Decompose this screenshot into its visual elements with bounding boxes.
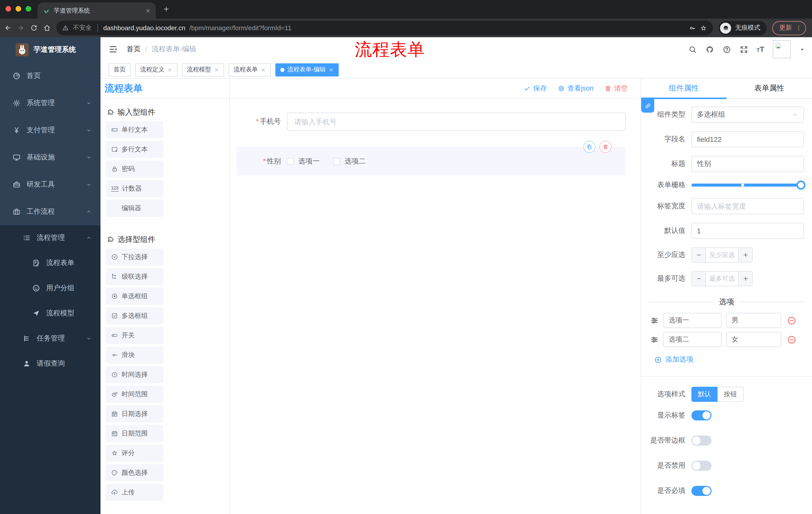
min-select-input[interactable] xyxy=(706,248,738,262)
toggle-on[interactable] xyxy=(691,486,712,496)
palette-chip[interactable]: 单选框组 xyxy=(106,288,163,305)
sidebar-item[interactable]: 任务管理 xyxy=(0,326,100,351)
circle-minus-icon[interactable] xyxy=(787,316,796,325)
default-value-input[interactable] xyxy=(691,223,804,239)
update-button[interactable]: 更新 xyxy=(772,21,806,35)
bookmark-icon[interactable] xyxy=(700,24,707,31)
max-select-input[interactable] xyxy=(706,272,738,286)
label-width-input[interactable] xyxy=(691,198,804,214)
style-default-button[interactable]: 默认 xyxy=(691,387,718,402)
close-icon[interactable] xyxy=(214,67,219,72)
palette-chip[interactable]: 开关 xyxy=(106,327,163,344)
fullscreen-icon[interactable] xyxy=(740,45,748,54)
palette-chip[interactable]: 级联选择 xyxy=(106,268,163,285)
palette-chip[interactable]: 滑块 xyxy=(106,347,163,363)
add-option-button[interactable]: 添加选项 xyxy=(654,355,812,364)
search-icon[interactable] xyxy=(688,45,697,54)
phone-input[interactable] xyxy=(287,113,626,131)
home-button[interactable] xyxy=(43,24,51,32)
stepper-plus-button[interactable] xyxy=(738,248,752,262)
copy-component-button[interactable] xyxy=(583,141,596,153)
sidebar-collapse-button[interactable] xyxy=(109,45,118,54)
close-icon[interactable] xyxy=(261,67,266,72)
field-name-input[interactable] xyxy=(691,131,804,147)
user-menu-caret-icon[interactable] xyxy=(800,47,805,52)
palette-chip[interactable]: 123计数器 xyxy=(106,180,163,197)
font-size-icon[interactable]: TT xyxy=(756,44,764,54)
grid-slider[interactable] xyxy=(691,184,801,187)
new-tab-button[interactable] xyxy=(163,5,170,12)
option-name-input[interactable] xyxy=(663,332,722,347)
password-manager-icon[interactable] xyxy=(689,24,696,31)
stepper-plus-button[interactable] xyxy=(738,272,752,286)
delete-component-button[interactable] xyxy=(600,141,611,153)
toggle-off[interactable] xyxy=(691,461,712,471)
gender-option-checkbox[interactable]: 选项二 xyxy=(333,157,366,166)
palette-chip[interactable]: 单行文本 xyxy=(106,121,163,138)
palette-chip[interactable]: 颜色选择 xyxy=(106,464,163,481)
github-icon[interactable] xyxy=(705,45,714,54)
tab-form-props[interactable]: 表单属性 xyxy=(727,78,812,98)
close-window-button[interactable] xyxy=(5,6,11,11)
option-value-input[interactable] xyxy=(726,332,781,347)
drag-icon[interactable] xyxy=(650,335,659,344)
style-button-button[interactable]: 按钮 xyxy=(718,387,744,402)
palette-chip[interactable]: 多选框组 xyxy=(106,307,163,324)
checkbox-box[interactable] xyxy=(333,158,340,165)
option-value-input[interactable] xyxy=(726,313,781,328)
checkbox-box[interactable] xyxy=(287,158,294,165)
close-icon[interactable] xyxy=(167,67,172,72)
sidebar-item[interactable]: 首页 xyxy=(0,62,100,89)
gender-option-checkbox[interactable]: 选项一 xyxy=(287,157,320,166)
breadcrumb-home[interactable]: 首页 xyxy=(127,45,141,54)
palette-chip[interactable]: 密码 xyxy=(106,160,163,178)
sidebar-item[interactable]: 请假查询 xyxy=(0,351,100,376)
sidebar-item[interactable]: 系统管理 xyxy=(0,89,100,117)
palette-chip[interactable]: 编辑器 xyxy=(106,200,163,217)
tag-item[interactable]: 首页 xyxy=(109,63,130,76)
tab-component-props[interactable]: 组件属性 xyxy=(641,78,727,98)
component-type-select[interactable]: 多选框组 xyxy=(691,107,804,123)
view-json-button[interactable]: 查看json xyxy=(558,84,593,93)
sidebar-item[interactable]: 流程管理 xyxy=(0,225,100,250)
help-icon[interactable] xyxy=(722,45,731,54)
back-button[interactable] xyxy=(4,24,11,32)
reload-button[interactable] xyxy=(30,24,38,32)
tag-active[interactable]: 流程表单-编辑 xyxy=(276,63,339,76)
sidebar-item[interactable]: 工作流程 xyxy=(0,198,100,225)
sidebar-item[interactable]: 研发工具 xyxy=(0,171,100,198)
sidebar-item[interactable]: 支付管理 xyxy=(0,117,100,144)
title-input[interactable] xyxy=(691,156,804,172)
tag-item[interactable]: 流程表单 xyxy=(229,63,271,76)
user-avatar[interactable] xyxy=(773,40,791,58)
sidebar-item[interactable]: 用户分组 xyxy=(0,276,100,301)
close-icon[interactable] xyxy=(329,67,334,72)
palette-chip[interactable]: 时间选择 xyxy=(106,366,163,383)
stepper-minus-button[interactable] xyxy=(692,272,706,286)
palette-chip[interactable]: 评分 xyxy=(106,444,163,462)
phone-field-row[interactable]: *手机号 xyxy=(237,113,626,131)
forward-button[interactable] xyxy=(17,24,25,32)
palette-chip[interactable]: 时间范围 xyxy=(106,386,163,403)
url-bar[interactable]: 不安全 dashboard.yudao.iocoder.cn/bpm/manag… xyxy=(56,21,713,35)
sidebar-item[interactable]: 流程模型 xyxy=(0,301,100,326)
palette-chip[interactable]: 上传 xyxy=(106,484,163,501)
link-tab[interactable] xyxy=(641,99,654,113)
sidebar-item[interactable]: 流程表单 xyxy=(0,250,100,276)
selected-component-gender[interactable]: *性别 选项一选项二 xyxy=(237,147,626,175)
app-logo[interactable]: 芋道管理系统 xyxy=(0,37,100,62)
insecure-warning-icon[interactable] xyxy=(62,25,69,31)
toggle-off[interactable] xyxy=(691,436,712,445)
clear-button[interactable]: 清空 xyxy=(605,84,628,93)
tag-item[interactable]: 流程定义 xyxy=(135,63,177,76)
maximize-window-button[interactable] xyxy=(26,6,31,11)
tag-item[interactable]: 流程模型 xyxy=(182,63,224,76)
palette-chip[interactable]: 日期选择 xyxy=(106,405,163,423)
palette-chip[interactable]: 多行文本 xyxy=(106,141,163,158)
tab-close-icon[interactable] xyxy=(145,8,151,13)
sidebar-item[interactable]: 基础设施 xyxy=(0,144,100,171)
drag-icon[interactable] xyxy=(650,316,659,325)
palette-chip[interactable]: 日期范围 xyxy=(106,425,163,442)
browser-menu-icon[interactable] xyxy=(795,25,802,31)
toggle-on[interactable] xyxy=(691,410,712,421)
